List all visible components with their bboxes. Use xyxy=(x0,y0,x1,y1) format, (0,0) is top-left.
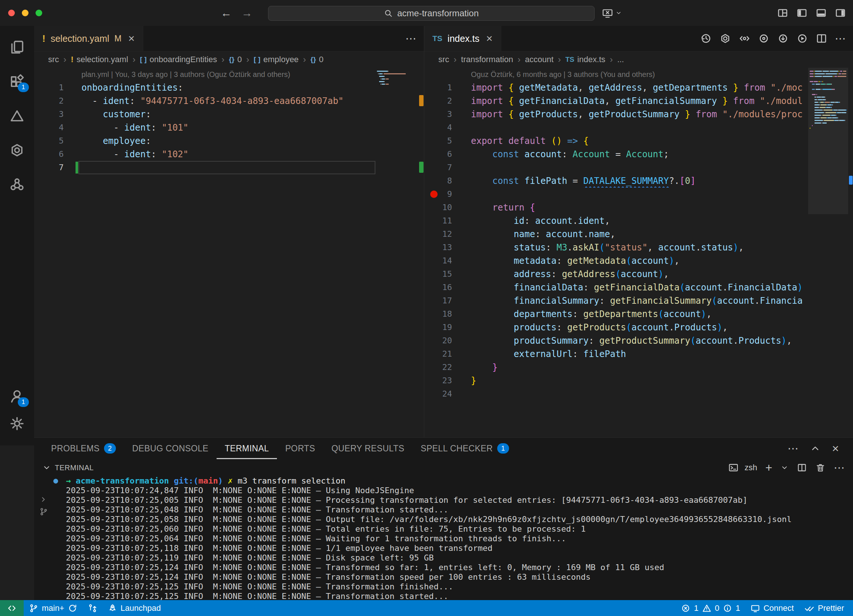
accounts-button[interactable]: 1 xyxy=(0,383,34,409)
line-number[interactable]: 15 xyxy=(424,268,452,281)
line-number[interactable]: 9 xyxy=(424,188,452,201)
settings-button[interactable] xyxy=(0,411,34,437)
terminal-output[interactable]: → acme-transformation git:(main) ✗ m3 tr… xyxy=(34,476,853,601)
navigate-back-icon[interactable]: ← xyxy=(221,7,232,19)
source-control-status-item[interactable] xyxy=(83,600,103,616)
line-number[interactable]: 19 xyxy=(424,321,452,334)
navigate-forward-icon[interactable]: → xyxy=(241,7,252,19)
formatter-status-item[interactable]: Prettier xyxy=(799,600,849,616)
run-below-icon[interactable] xyxy=(777,33,789,44)
split-editor-icon[interactable] xyxy=(816,33,827,44)
editor-index-ts[interactable]: Oguz Öztürk, 6 months ago | 3 authors (Y… xyxy=(424,68,853,438)
line-number[interactable]: 11 xyxy=(424,214,452,227)
minimap-slider[interactable] xyxy=(808,68,848,214)
panel-tab-problems[interactable]: PROBLEMS2 xyxy=(43,438,124,459)
panel-tab-terminal[interactable]: TERMINAL xyxy=(217,438,277,459)
breadcrumb-item[interactable]: !selection.yaml xyxy=(71,55,128,64)
editor-selection-yaml[interactable]: plan.yml | You, 3 days ago | 3 authors (… xyxy=(34,68,424,438)
line-number[interactable]: 23 xyxy=(424,374,452,387)
terminal-dropdown-icon[interactable] xyxy=(780,463,789,472)
breadcrumb-item[interactable]: transformation xyxy=(461,55,513,64)
line-number[interactable]: 14 xyxy=(424,254,452,268)
minimize-window-button[interactable] xyxy=(22,10,29,16)
tab-index-ts[interactable]: TS index.ts × xyxy=(424,26,501,51)
panel-tab-spell-checker[interactable]: SPELL CHECKER1 xyxy=(413,438,517,459)
sidebar-item-explorer[interactable] xyxy=(0,34,34,60)
line-number[interactable]: 1 xyxy=(424,81,452,94)
screen-share-button[interactable] xyxy=(602,6,622,20)
split-terminal-icon[interactable] xyxy=(797,462,807,473)
line-number[interactable]: 3 xyxy=(424,107,452,121)
line-number[interactable]: 2 xyxy=(424,94,452,107)
toggle-secondary-sidebar-icon[interactable] xyxy=(835,7,846,19)
panel-tab-debug-console[interactable]: DEBUG CONSOLE xyxy=(124,438,217,459)
timeline-history-icon[interactable] xyxy=(700,33,712,44)
breadcrumb-item[interactable]: TSindex.ts xyxy=(565,55,605,64)
maximize-panel-icon[interactable] xyxy=(810,443,821,454)
line-number[interactable]: 8 xyxy=(424,174,452,188)
line-number[interactable]: 5 xyxy=(34,134,64,148)
remote-indicator[interactable] xyxy=(0,600,24,616)
line-number[interactable]: 10 xyxy=(424,201,452,214)
close-panel-icon[interactable]: × xyxy=(832,442,839,456)
line-number[interactable]: 5 xyxy=(424,134,452,148)
ai-chat-icon[interactable] xyxy=(719,33,731,44)
sidebar-item-organization[interactable] xyxy=(0,172,34,198)
line-number[interactable]: 12 xyxy=(424,227,452,241)
sidebar-item-ai[interactable] xyxy=(0,137,34,163)
command-center-search[interactable]: acme-transformation xyxy=(268,6,595,21)
minimap[interactable] xyxy=(375,68,416,438)
more-actions-icon[interactable]: ⋯ xyxy=(835,33,846,44)
sidebar-item-triangle[interactable] xyxy=(0,103,34,129)
target-icon[interactable] xyxy=(758,33,770,44)
line-number[interactable]: 24 xyxy=(424,387,452,401)
line-number[interactable]: 7 xyxy=(424,161,452,174)
breadcrumb-item[interactable]: [ ]onboardingEntities xyxy=(140,55,217,64)
code-compare-icon[interactable] xyxy=(739,33,750,44)
line-number[interactable]: 2 xyxy=(34,94,64,107)
line-number[interactable]: 16 xyxy=(424,281,452,294)
run-code-icon[interactable] xyxy=(796,33,808,44)
chevron-right-icon[interactable] xyxy=(39,495,47,504)
line-number[interactable]: 21 xyxy=(424,347,452,361)
sidebar-item-extensions[interactable]: 1 xyxy=(0,68,34,94)
line-number[interactable]: 1 xyxy=(34,81,64,94)
new-terminal-icon[interactable]: + xyxy=(765,461,772,475)
line-number[interactable]: 6 xyxy=(424,148,452,161)
breadcrumb-item[interactable]: src xyxy=(439,55,449,64)
line-number[interactable]: 4 xyxy=(424,121,452,134)
breadcrumb-item[interactable]: account xyxy=(525,55,554,64)
chevron-down-icon[interactable] xyxy=(42,463,51,472)
branch-status-item[interactable]: main+ xyxy=(24,600,83,616)
close-tab-icon[interactable]: × xyxy=(486,32,493,45)
shell-selector[interactable]: zsh xyxy=(728,462,757,473)
command-decoration-dot[interactable] xyxy=(53,479,58,484)
tab-selection-yaml[interactable]: ! selection.yaml M × xyxy=(34,26,143,51)
line-number[interactable]: 7 xyxy=(34,161,64,174)
line-number[interactable]: 17 xyxy=(424,294,452,307)
breadcrumb-item[interactable]: src xyxy=(48,55,59,64)
line-number[interactable]: 18 xyxy=(424,307,452,321)
line-number[interactable]: 3 xyxy=(34,107,64,121)
close-window-button[interactable] xyxy=(8,10,15,16)
breadcrumb-item[interactable]: {}0 xyxy=(311,55,323,64)
line-number[interactable]: 22 xyxy=(424,361,452,374)
breadcrumb-item[interactable]: {}0 xyxy=(229,55,242,64)
customize-layout-icon[interactable] xyxy=(777,7,789,19)
toggle-primary-sidebar-icon[interactable] xyxy=(796,7,808,19)
toggle-panel-icon[interactable] xyxy=(815,7,827,19)
terminal-more-actions-icon[interactable]: ⋯ xyxy=(834,462,845,473)
breakpoint-dot[interactable] xyxy=(430,191,438,198)
zoom-window-button[interactable] xyxy=(35,10,42,16)
more-actions-icon[interactable]: ⋯ xyxy=(405,33,416,44)
launchpad-status-item[interactable]: Launchpad xyxy=(103,600,166,616)
line-number[interactable]: 4 xyxy=(34,121,64,134)
kill-terminal-icon[interactable] xyxy=(815,462,826,473)
panel-tab-query-results[interactable]: QUERY RESULTS xyxy=(323,438,413,459)
close-tab-icon[interactable]: × xyxy=(128,32,135,45)
panel-tab-ports[interactable]: PORTS xyxy=(277,438,323,459)
breadcrumb-item[interactable]: ... xyxy=(617,55,624,64)
breadcrumb-item[interactable]: [ ]employee xyxy=(253,55,298,64)
line-number[interactable]: 20 xyxy=(424,334,452,347)
line-number[interactable]: 6 xyxy=(34,148,64,161)
